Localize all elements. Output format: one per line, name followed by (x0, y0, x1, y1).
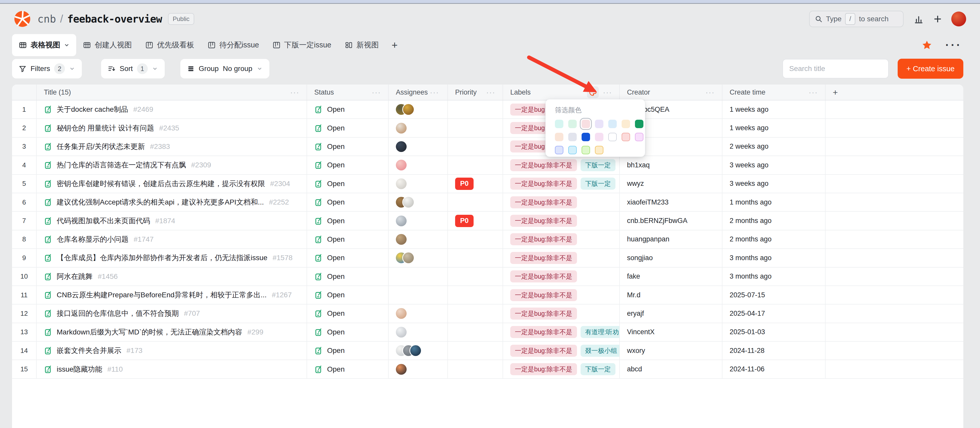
color-swatch[interactable] (568, 120, 577, 128)
table-row[interactable]: 13 Markdown后缀为大写`MD`的时候，无法正确渲染文档内容 #299 (12, 323, 963, 342)
tab-new-view[interactable]: 新视图 (338, 34, 385, 56)
label-badge[interactable]: 一定是bug:除非不是 (510, 326, 577, 338)
group-button[interactable]: Group No group (180, 59, 269, 78)
header-create-time[interactable]: Create time ··· (722, 85, 826, 100)
color-swatch[interactable] (608, 133, 617, 141)
table-row[interactable]: 1 关于docker cache制品 #2469 Open (12, 100, 963, 119)
issue-title[interactable]: 阿水在跳舞 (57, 272, 92, 281)
tab-table-view[interactable]: 表格视图 (12, 34, 76, 56)
color-swatch[interactable] (568, 146, 577, 154)
label-badge[interactable]: 下版一定 (581, 363, 616, 375)
color-swatch[interactable] (568, 133, 577, 141)
priority-cell[interactable] (448, 249, 503, 267)
priority-cell[interactable] (448, 342, 503, 360)
issue-title[interactable]: 【仓库成员】仓库内添加外部协作者为开发者后，仍无法指派issue (57, 253, 267, 263)
labels-cell[interactable]: 一定是bug:除非不是下版一定 (503, 156, 620, 174)
tab-creator-view[interactable]: 创建人视图 (76, 34, 138, 56)
color-swatch[interactable] (635, 120, 643, 128)
header-priority[interactable]: Priority ··· (448, 85, 503, 100)
color-swatch[interactable] (608, 120, 617, 128)
label-badge[interactable]: 一定是bug:除非不是 (510, 178, 577, 190)
issue-title[interactable]: 热门仓库的语言筛选在一定情况下有点飘 (57, 160, 186, 170)
labels-cell[interactable]: 一定是bug:除非不是 (503, 230, 620, 248)
assignee-avatar[interactable] (396, 178, 407, 189)
tab-unassigned-issue[interactable]: 待分配issue (201, 34, 266, 56)
color-swatch[interactable] (555, 133, 563, 141)
assignees-cell[interactable] (389, 119, 448, 137)
label-badge[interactable]: 叕一极小组 (581, 345, 620, 357)
column-menu-icon[interactable]: ··· (486, 88, 495, 97)
assignee-avatar[interactable] (403, 104, 414, 115)
labels-cell[interactable]: 一定是bug:除非不是 (503, 212, 620, 230)
issue-title[interactable]: 代码视图加载不出来页面代码 (57, 216, 150, 226)
assignees-cell[interactable] (389, 360, 448, 378)
labels-cell[interactable]: 一定是bug:除非不是 (503, 286, 620, 304)
priority-cell[interactable] (448, 286, 503, 304)
assignee-avatar[interactable] (410, 345, 421, 356)
priority-cell[interactable] (448, 156, 503, 174)
breadcrumb-org[interactable]: cnb (37, 13, 56, 25)
priority-cell[interactable]: P0 (448, 175, 503, 193)
label-badge[interactable]: 一定是bug:除非不是 (510, 196, 577, 208)
assignee-avatar[interactable] (396, 308, 407, 319)
assignee-avatar[interactable] (396, 364, 407, 375)
assignees-cell[interactable] (389, 230, 448, 248)
color-swatch[interactable] (622, 133, 630, 141)
assignees-cell[interactable] (389, 249, 448, 267)
table-row[interactable]: 3 任务集开启/关闭状态未更新 #2383 Open (12, 138, 963, 156)
table-row[interactable]: 15 issue隐藏功能 #110 Open (12, 360, 963, 379)
assignees-cell[interactable] (389, 268, 448, 285)
header-assignees[interactable]: Assignees ··· (389, 85, 448, 100)
label-badge[interactable]: 一定是bug:除非不是 (510, 215, 577, 227)
labels-cell[interactable]: 一定是bug:除非不是 (503, 249, 620, 267)
create-new-icon[interactable]: + (934, 12, 942, 25)
label-badge[interactable]: 有道理:听劝 (581, 326, 620, 338)
labels-cell[interactable]: 一定是bug:除非不是 (503, 268, 620, 285)
label-badge[interactable]: 一定是bug:除非不是 (510, 308, 577, 320)
labels-cell[interactable]: 一定是bug:除非不是 (503, 304, 620, 322)
table-row[interactable]: 5 密钥仓库创建时候有错误，创建后点击云原生构建，提示没有权限 #2304 (12, 175, 963, 193)
column-menu-icon[interactable]: ··· (603, 88, 612, 97)
assignees-cell[interactable] (389, 156, 448, 174)
global-search[interactable]: Type / to search (809, 11, 904, 27)
favorite-star-icon[interactable] (922, 40, 932, 50)
table-row[interactable]: 14 嵌套文件夹合并展示 #173 Open (12, 342, 963, 360)
priority-badge[interactable]: P0 (455, 178, 474, 190)
assignee-avatar[interactable] (396, 327, 407, 338)
label-badge[interactable]: 一定是bug:除非不是 (510, 159, 577, 171)
column-menu-icon[interactable]: ··· (290, 88, 299, 97)
assignee-avatar[interactable] (396, 216, 407, 226)
priority-cell[interactable] (448, 119, 503, 137)
assignees-cell[interactable] (389, 175, 448, 193)
color-swatch[interactable] (595, 120, 603, 128)
priority-cell[interactable] (448, 100, 503, 119)
issue-title[interactable]: issue隐藏功能 (57, 365, 102, 374)
assignees-cell[interactable] (389, 342, 448, 360)
table-row[interactable]: 9 【仓库成员】仓库内添加外部协作者为开发者后，仍无法指派issue #1578 (12, 249, 963, 267)
label-badge[interactable]: 一定是bug:除非不是 (510, 363, 577, 375)
color-swatch[interactable] (582, 133, 590, 141)
issue-title[interactable]: 秘钥仓的 用量统计 设计有问题 (57, 123, 154, 133)
label-badge[interactable]: 一定是bug:除非不是 (510, 252, 577, 264)
labels-cell[interactable]: 一定是bug:除非不是下版一定 (503, 175, 620, 193)
color-swatch[interactable] (582, 146, 590, 154)
color-swatch[interactable] (595, 133, 603, 141)
label-badge[interactable]: 一定是bug:除非不是 (510, 233, 577, 245)
header-status[interactable]: Status ··· (307, 85, 389, 100)
tab-next-release-issue[interactable]: 下版一定issue (266, 34, 338, 56)
column-menu-icon[interactable]: ··· (809, 88, 818, 97)
color-swatch[interactable] (635, 133, 643, 141)
view-more-menu[interactable]: ··· (945, 39, 962, 52)
table-row[interactable]: 4 热门仓库的语言筛选在一定情况下有点飘 #2309 Open (12, 156, 963, 174)
issue-title[interactable]: Markdown后缀为大写`MD`的时候，无法正确渲染文档内容 (57, 327, 242, 337)
priority-cell[interactable] (448, 230, 503, 248)
label-badge[interactable]: 一定是bug:除非不是 (510, 345, 577, 357)
insights-chart-icon[interactable] (913, 14, 924, 24)
issue-title[interactable]: 仓库名称显示的小问题 (57, 235, 129, 244)
add-view-button[interactable]: + (385, 40, 404, 51)
assignee-avatar[interactable] (396, 141, 407, 152)
color-swatch[interactable] (555, 120, 563, 128)
assignees-cell[interactable] (389, 323, 448, 341)
priority-cell[interactable] (448, 360, 503, 378)
assignees-cell[interactable] (389, 138, 448, 155)
